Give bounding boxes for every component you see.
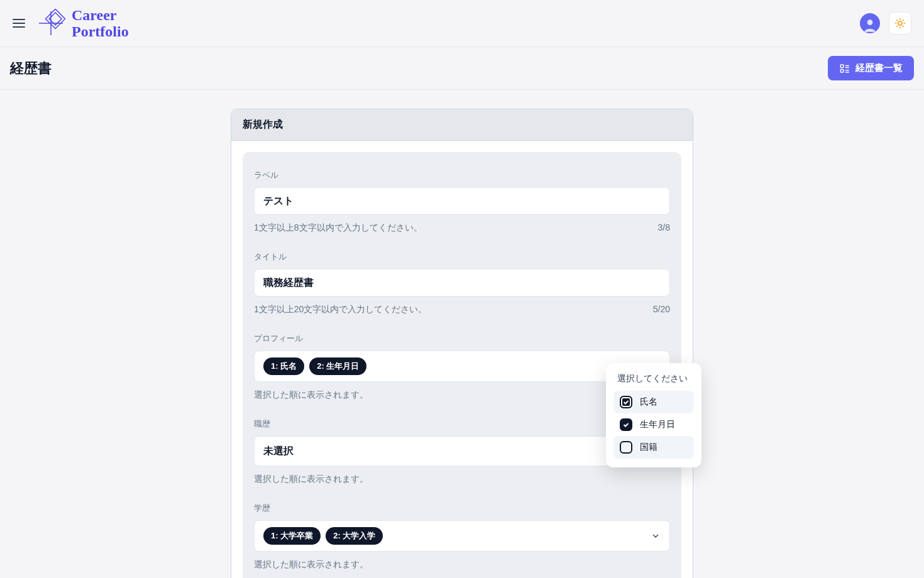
sun-icon [894,18,906,29]
education-helper: 選択した順に表示されます。 [254,559,670,570]
checkbox-checked-icon [620,418,632,431]
dropdown-title: 選択してください [613,372,694,391]
card-body: ラベル 1文字以上8文字以内で入力してください。 3/8 タイトル 1文字以上2… [231,141,693,578]
title-helper: 1文字以上20文字以内で入力してください。 [254,304,427,315]
checkbox-checked-icon [620,396,632,408]
header-right [860,12,911,35]
profile-chip-2: 2: 生年月日 [309,357,366,375]
dropdown-option-name[interactable]: 氏名 [613,391,694,413]
education-chip-1: 1: 大学卒業 [263,527,321,545]
resume-list-button[interactable]: 経歴書一覧 [828,56,914,80]
logo-text: Career Portfolio [72,7,129,40]
dropdown-option-birthdate[interactable]: 生年月日 [613,413,694,436]
education-select[interactable]: 1: 大学卒業 2: 大学入学 [254,520,670,552]
card-header: 新規作成 [231,109,693,141]
hamburger-menu-icon[interactable] [13,17,25,30]
title-field-label: タイトル [254,251,670,263]
checkbox-unchecked-icon [620,441,632,454]
chevron-down-icon [651,531,661,541]
field-title: タイトル 1文字以上20文字以内で入力してください。 5/20 [254,251,670,315]
svg-line-13 [903,20,903,21]
resume-list-button-label: 経歴書一覧 [855,62,903,74]
svg-rect-14 [840,65,844,68]
dropdown-option-label: 生年月日 [640,419,675,430]
page-title: 経歴書 [10,59,52,78]
avatar[interactable] [860,13,880,33]
label-helper: 1文字以上8文字以内で入力してください。 [254,222,422,234]
svg-line-12 [897,26,898,26]
logo[interactable]: Career Portfolio [36,7,129,40]
user-icon [862,17,878,33]
field-label: ラベル 1文字以上8文字以内で入力してください。 3/8 [254,170,670,234]
title-input[interactable] [254,269,670,297]
work-placeholder: 未選択 [263,445,294,458]
page-subheader: 経歴書 経歴書一覧 [0,47,924,90]
label-counter: 3/8 [658,222,670,234]
label-field-label: ラベル [254,170,670,181]
svg-point-4 [867,19,873,25]
education-chip-2: 2: 大学入学 [326,527,383,545]
svg-line-10 [897,20,898,21]
dropdown-option-nationality[interactable]: 国籍 [613,436,694,459]
form-card: 新規作成 ラベル 1文字以上8文字以内で入力してください。 3/8 タイトル 1… [231,109,693,578]
app-header: Career Portfolio [0,0,924,47]
title-counter: 5/20 [653,304,670,315]
education-field-label: 学歴 [254,503,670,514]
field-education: 学歴 1: 大学卒業 2: 大学入学 選択した順に表示されます。 [254,503,670,570]
content-area: 新規作成 ラベル 1文字以上8文字以内で入力してください。 3/8 タイトル 1… [0,90,924,578]
theme-toggle-button[interactable] [889,12,911,35]
profile-field-label: プロフィール [254,333,670,344]
svg-rect-15 [840,69,844,72]
dropdown-option-label: 氏名 [640,396,657,408]
profile-chip-1: 1: 氏名 [263,357,304,375]
svg-point-5 [898,21,902,25]
svg-line-11 [903,26,903,26]
label-input[interactable] [254,187,670,215]
profile-dropdown-menu: 選択してください 氏名 生年月日 国籍 [606,363,701,467]
logo-icon [36,9,65,38]
list-icon [839,63,850,74]
dropdown-option-label: 国籍 [640,442,657,453]
work-helper: 選択した順に表示されます。 [254,474,670,485]
header-left: Career Portfolio [13,7,129,40]
